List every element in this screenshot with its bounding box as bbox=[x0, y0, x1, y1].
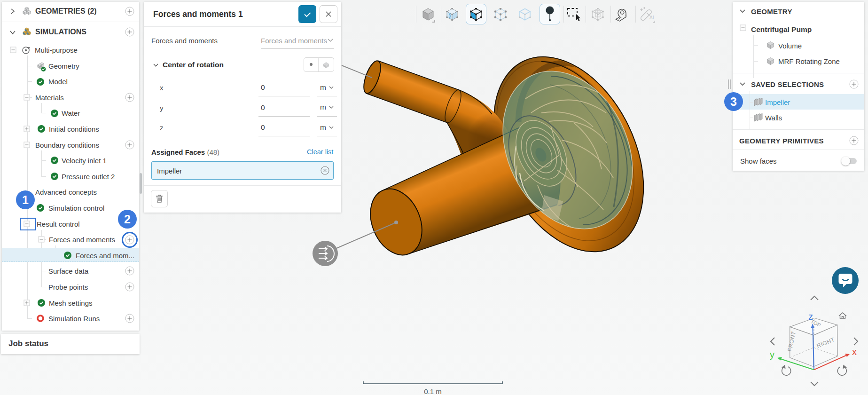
svg-text:z: z bbox=[808, 311, 813, 322]
svg-text:0.1 m: 0.1 m bbox=[424, 387, 442, 395]
svg-text:AI: AI bbox=[649, 15, 654, 20]
svg-text:x: x bbox=[852, 347, 857, 357]
svg-text:y: y bbox=[770, 349, 774, 360]
